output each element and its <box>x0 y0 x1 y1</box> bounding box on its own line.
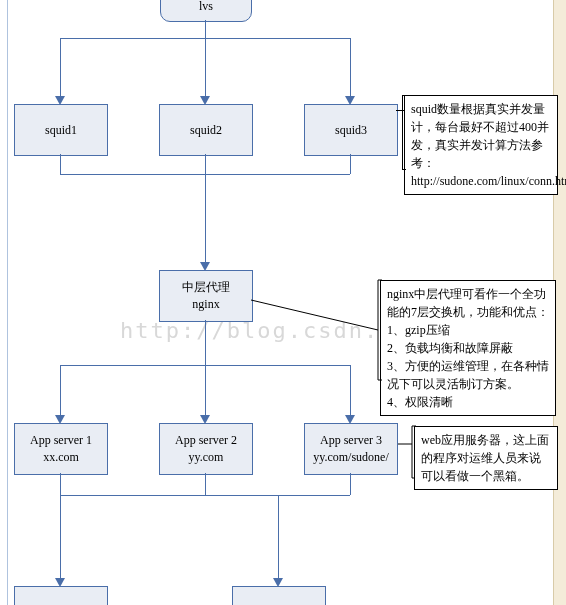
note-nginx: nginx中层代理可看作一个全功能的7层交换机，功能和优点： 1、gzip压缩 … <box>380 280 556 416</box>
node-label: squid2 <box>190 122 222 139</box>
edge <box>350 365 351 417</box>
edge <box>60 495 61 580</box>
edge <box>205 38 206 98</box>
node-db2: 数据库2 <box>232 586 326 605</box>
edge <box>205 365 206 417</box>
note-line: nginx中层代理可看作一个全功能的7层交换机，功能和优点： <box>387 285 549 321</box>
edge <box>205 174 206 264</box>
edge <box>205 154 206 174</box>
node-label: 中层代理 <box>182 279 230 296</box>
node-label: lvs <box>199 0 213 14</box>
edge <box>350 473 351 495</box>
edge <box>350 154 351 174</box>
node-label: App server 2 <box>175 432 237 449</box>
edge <box>278 495 279 580</box>
node-label: App server 1 <box>30 432 92 449</box>
node-label: squid3 <box>335 122 367 139</box>
node-app2: App server 2 yy.com <box>159 423 253 475</box>
node-squid3: squid3 <box>304 104 398 156</box>
edge <box>60 365 61 417</box>
edge <box>60 38 61 98</box>
edge <box>205 473 206 495</box>
node-label: nginx <box>192 296 219 313</box>
node-lvs: lvs <box>160 0 252 22</box>
node-label: yy.com <box>189 449 224 466</box>
node-app3: App server 3 yy.com/sudone/ <box>304 423 398 475</box>
node-label: squid1 <box>45 122 77 139</box>
edge <box>350 38 351 98</box>
diagram-stage: lvs squid1 squid2 squid3 squid数量根据真实并发量计… <box>0 0 566 605</box>
node-app1: App server 1 xx.com <box>14 423 108 475</box>
node-label: yy.com/sudone/ <box>313 449 389 466</box>
edge <box>205 20 206 38</box>
note-line: 4、权限清晰 <box>387 393 549 411</box>
note-line: 1、gzip压缩 <box>387 321 549 339</box>
node-db1: 数据库1 <box>14 586 108 605</box>
note-text: web应用服务器，这上面的程序对运维人员来说可以看做一个黑箱。 <box>421 433 549 483</box>
node-nginx: 中层代理 nginx <box>159 270 253 322</box>
node-label: xx.com <box>43 449 79 466</box>
node-squid2: squid2 <box>159 104 253 156</box>
note-line: 2、负载均衡和故障屏蔽 <box>387 339 549 357</box>
leader <box>402 95 406 96</box>
note-text: squid数量根据真实并发量计，每台最好不超过400并发，真实并发计算方法参考：… <box>411 102 566 188</box>
leader <box>402 95 403 169</box>
left-guide <box>7 0 8 605</box>
node-squid1: squid1 <box>14 104 108 156</box>
leader <box>402 169 406 170</box>
edge <box>205 320 206 365</box>
note-line: 3、方便的运维管理，在各种情况下可以灵活制订方案。 <box>387 357 549 393</box>
note-app: web应用服务器，这上面的程序对运维人员来说可以看做一个黑箱。 <box>414 426 558 490</box>
edge <box>60 154 61 174</box>
edge <box>60 473 61 495</box>
edge <box>60 495 350 496</box>
node-label: App server 3 <box>320 432 382 449</box>
note-squid: squid数量根据真实并发量计，每台最好不超过400并发，真实并发计算方法参考：… <box>404 95 558 195</box>
